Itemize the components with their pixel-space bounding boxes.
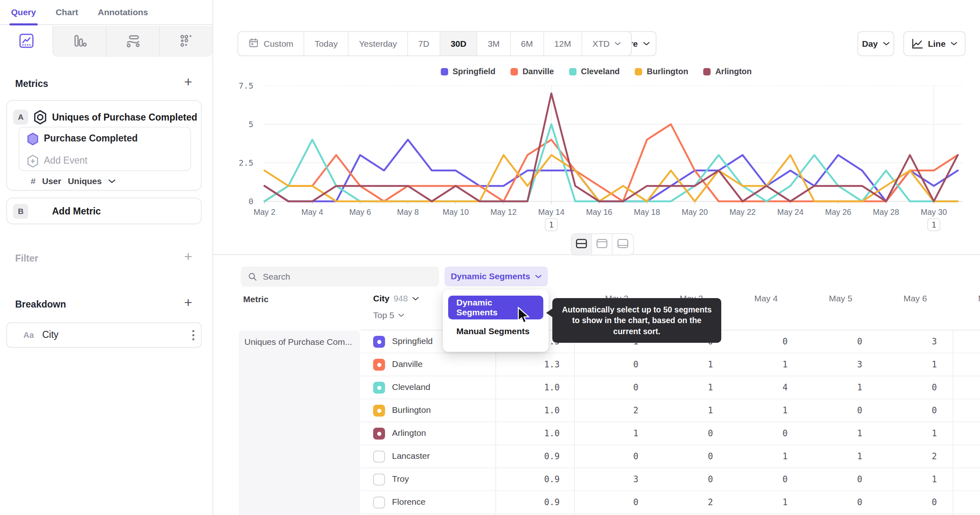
day-value: 0 [803, 497, 862, 507]
measure-type: Uniques [68, 176, 102, 186]
day-value: 4 [729, 383, 788, 392]
day-value: 1 [878, 474, 937, 484]
breakdown-item-city[interactable]: Aa City [6, 322, 202, 348]
chart-type-tab-line-chart[interactable] [0, 26, 52, 57]
add-filter-plus-button[interactable]: + [184, 249, 192, 263]
add-metric-plus-button[interactable]: + [184, 75, 192, 89]
group-by-header[interactable]: City 948 [373, 294, 419, 303]
chevron-down-icon [108, 179, 116, 184]
metric-a-events-card: Purchase Completed Add Event [18, 127, 191, 171]
chart-type-tab-scatter-chart[interactable] [159, 26, 212, 57]
day-value: 0 [729, 337, 788, 346]
day-value: 0 [878, 406, 937, 415]
segment-checkbox[interactable] [373, 405, 385, 417]
segment-checkbox[interactable] [373, 451, 385, 463]
svg-text:May 24: May 24 [777, 207, 804, 216]
metric-b-badge: B [13, 204, 28, 219]
view-toggle [571, 233, 634, 255]
segment-checkbox[interactable] [373, 497, 385, 508]
date-range-today[interactable]: Today [304, 32, 349, 55]
search-input[interactable] [263, 272, 432, 282]
add-metric-card[interactable]: B Add Metric [6, 198, 202, 224]
metric-a-badge: A [13, 109, 28, 125]
line-chart-icon [19, 33, 34, 50]
add-event-label: Add Event [44, 155, 87, 166]
interval-button[interactable]: Day [857, 31, 894, 56]
day-value: 0 [579, 497, 638, 507]
top-n-selector[interactable]: Top 5 [373, 310, 404, 320]
segment-selector-button[interactable]: Dynamic Segments [444, 267, 548, 286]
chevron-down-icon [883, 41, 890, 46]
day-value: 0 [579, 383, 638, 392]
date-range-yesterday[interactable]: Yesterday [349, 32, 408, 55]
svg-text:May 2: May 2 [253, 207, 275, 216]
segment-checkbox[interactable] [373, 474, 385, 485]
chevron-down-icon [535, 274, 542, 279]
annotation-badge[interactable]: 1 [928, 219, 940, 231]
annotation-badge[interactable]: 1 [545, 219, 558, 231]
nav-tab-annotations[interactable]: Annotations [98, 0, 148, 25]
nav-tab-chart[interactable]: Chart [56, 0, 78, 25]
chart-type-tab-stream-chart[interactable] [106, 26, 159, 57]
svg-text:1: 1 [932, 220, 936, 229]
table-row: Danville 1.301131 [361, 353, 980, 376]
chart-type-tab-bar-chart[interactable] [52, 26, 106, 57]
segment-name: Springfield [392, 336, 433, 346]
date-range-7d[interactable]: 7D [408, 32, 440, 55]
bar-chart-icon [72, 33, 87, 50]
day-value: 1 [729, 406, 788, 415]
date-range-30d[interactable]: 30D [440, 32, 478, 55]
add-event-row[interactable]: Add Event [19, 150, 190, 172]
svg-text:May 6: May 6 [349, 207, 371, 216]
metric-row-label: Uniques of Purchase Com... [239, 330, 360, 515]
dropdown-item-dynamic-segments[interactable]: Dynamic Segments [448, 296, 543, 319]
dropdown-item-manual-segments[interactable]: Manual Segments [448, 319, 543, 343]
measure-selector[interactable]: # User Uniques [31, 176, 116, 186]
day-column-header: May 7 [978, 294, 980, 303]
search-icon [248, 272, 257, 282]
day-value: 1 [878, 428, 937, 438]
day-value: 1 [729, 497, 788, 507]
avg-value: 1.3 [495, 360, 560, 369]
chart-style-button[interactable]: Line [903, 31, 966, 56]
date-range-xtd[interactable]: XTD [582, 32, 631, 55]
date-range-6m[interactable]: 6M [511, 32, 544, 55]
svg-text:5: 5 [248, 119, 253, 129]
svg-text:May 18: May 18 [634, 207, 660, 216]
property-type-icon: Aa [23, 330, 34, 340]
breakdown-title: Breakdown [15, 299, 66, 310]
view-toggle-chart-view[interactable] [592, 234, 613, 255]
kebab-menu-icon[interactable] [192, 330, 194, 340]
date-range-custom[interactable]: Custom [238, 32, 304, 55]
date-range-control: CustomTodayYesterday7D30D3M6M12MXTD [237, 31, 632, 56]
svg-text:May 16: May 16 [586, 207, 612, 216]
series-line-arlington[interactable] [264, 93, 958, 201]
chevron-down-icon [950, 41, 957, 46]
line-chart[interactable]: 7.552.50May 2May 4May 6May 8May 10May 12… [212, 57, 980, 238]
filter-title: Filter [15, 253, 38, 264]
day-value: 1 [729, 451, 788, 461]
nav-tab-query[interactable]: Query [11, 0, 36, 25]
view-toggle-table-view[interactable] [613, 234, 633, 255]
day-value: 0 [878, 497, 937, 507]
table-row: Troy 0.930001 [361, 468, 980, 491]
segment-search[interactable] [241, 267, 439, 287]
avg-value: 0.9 [495, 474, 560, 484]
date-range-12m[interactable]: 12M [544, 32, 582, 55]
chevron-down-icon [615, 41, 621, 46]
view-toggle-split-view[interactable] [572, 234, 592, 255]
day-value: 1 [729, 360, 788, 369]
series-line-burlington[interactable] [264, 155, 958, 201]
event-row[interactable]: Purchase Completed [19, 128, 190, 150]
segment-checkbox[interactable] [373, 428, 385, 440]
segment-checkbox[interactable] [373, 336, 385, 348]
add-breakdown-plus-button[interactable]: + [184, 295, 192, 309]
segment-checkbox[interactable] [373, 359, 385, 371]
day-column-header: May 6 [903, 294, 927, 303]
segment-checkbox[interactable] [373, 382, 385, 394]
metric-card-a[interactable]: A Uniques of Purchase Completed Purchase… [6, 100, 202, 191]
sidebar-separator [212, 0, 213, 515]
date-range-3m[interactable]: 3M [477, 32, 511, 55]
stream-chart-icon [125, 33, 141, 50]
day-value: 0 [878, 383, 937, 392]
